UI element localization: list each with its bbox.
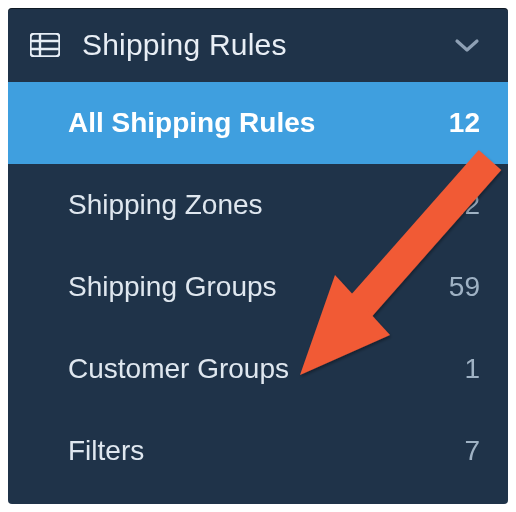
sidebar-item-label: Customer Groups xyxy=(68,353,289,385)
sidebar-menu: All Shipping Rules 12 Shipping Zones 22 … xyxy=(8,82,508,492)
sidebar-item-all-shipping-rules[interactable]: All Shipping Rules 12 xyxy=(8,82,508,164)
sidebar-item-count: 59 xyxy=(449,271,480,303)
sidebar-item-count: 1 xyxy=(464,353,480,385)
sidebar-item-label: All Shipping Rules xyxy=(68,107,315,139)
table-icon xyxy=(30,33,60,57)
chevron-down-icon[interactable] xyxy=(454,37,480,53)
sidebar-item-label: Shipping Groups xyxy=(68,271,277,303)
sidebar-header-left: Shipping Rules xyxy=(30,28,287,62)
sidebar-item-label: Filters xyxy=(68,435,144,467)
sidebar-title: Shipping Rules xyxy=(82,28,287,62)
svg-rect-0 xyxy=(31,34,60,57)
sidebar-item-count: 22 xyxy=(449,189,480,221)
sidebar-item-count: 12 xyxy=(449,107,480,139)
sidebar-panel: Shipping Rules All Shipping Rules 12 Shi… xyxy=(8,8,508,504)
sidebar-item-label: Shipping Zones xyxy=(68,189,263,221)
sidebar-item-shipping-zones[interactable]: Shipping Zones 22 xyxy=(8,164,508,246)
sidebar-item-filters[interactable]: Filters 7 xyxy=(8,410,508,492)
sidebar-item-customer-groups[interactable]: Customer Groups 1 xyxy=(8,328,508,410)
sidebar-item-shipping-groups[interactable]: Shipping Groups 59 xyxy=(8,246,508,328)
sidebar-item-count: 7 xyxy=(464,435,480,467)
sidebar-header[interactable]: Shipping Rules xyxy=(8,8,508,82)
